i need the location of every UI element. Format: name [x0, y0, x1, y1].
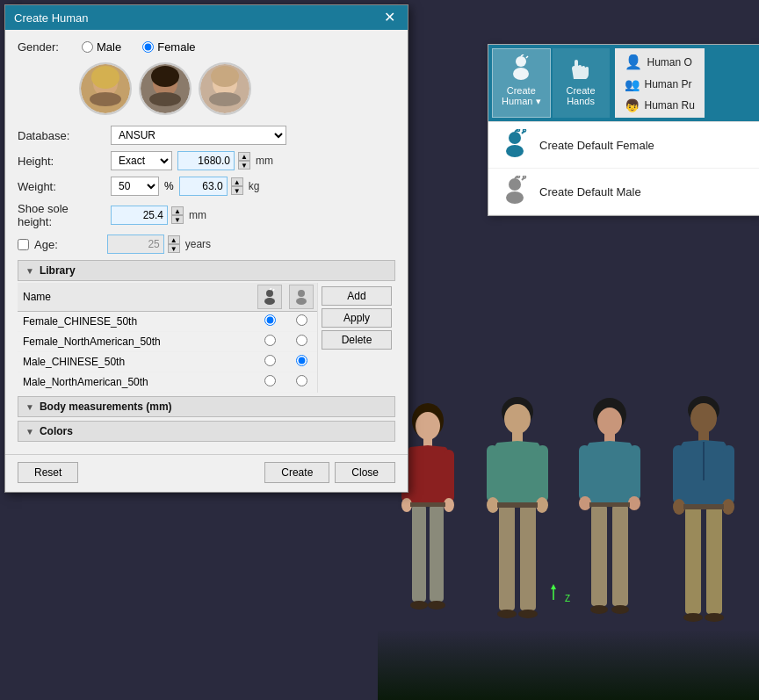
row-female-radio-cell[interactable]: [254, 372, 286, 393]
age-input[interactable]: [107, 235, 164, 254]
svg-rect-32: [612, 505, 628, 606]
svg-point-80: [506, 191, 524, 204]
row-female-radio-cell[interactable]: [254, 332, 286, 352]
svg-point-53: [91, 66, 119, 89]
shoe-down-arrow[interactable]: ▼: [171, 215, 184, 224]
row-name: Female_NorthAmerican_50th: [18, 332, 254, 352]
height-up-arrow[interactable]: ▲: [238, 152, 250, 161]
create-default-male-item[interactable]: Create Default Male: [488, 169, 759, 215]
row-name: Male_NorthAmerican_50th: [18, 372, 254, 393]
svg-point-54: [90, 92, 121, 106]
age-checkbox[interactable]: [18, 239, 29, 250]
age-row: Age: ▲ ▼ years: [18, 235, 395, 254]
library-row: Female_CHINESE_50th: [18, 312, 317, 332]
row-female-radio-cell[interactable]: [254, 312, 286, 332]
svg-point-17: [487, 497, 499, 513]
shoe-up-arrow[interactable]: ▲: [171, 206, 184, 215]
gender-male-radio[interactable]: [82, 41, 93, 53]
toolbar-right-icons: 👤 Human O 👥 Human Pr 👦 Human Ru: [615, 48, 705, 118]
height-input[interactable]: [177, 151, 235, 170]
shoe-input[interactable]: [111, 206, 168, 225]
avatar-light-female[interactable]: [199, 62, 251, 115]
weight-input[interactable]: [179, 177, 228, 196]
add-button[interactable]: Add: [322, 286, 392, 306]
weight-down-arrow[interactable]: ▼: [231, 186, 243, 195]
row-male-radio-cell[interactable]: [286, 352, 317, 372]
create-default-male-label: Create Default Male: [539, 185, 641, 198]
reset-button[interactable]: Reset: [18, 462, 78, 483]
svg-point-70: [513, 68, 529, 80]
create-button[interactable]: Create: [264, 462, 329, 483]
male-radio-1[interactable]: [296, 314, 307, 326]
create-human-icon: [507, 54, 535, 83]
svg-point-64: [264, 298, 275, 305]
toolbar-top: Create Human ▾ Create Hands 👤 Human O 👥 …: [488, 45, 759, 121]
create-human-dialog: Create Human ✕ Gender: Male Female: [4, 4, 408, 493]
svg-point-21: [497, 610, 517, 618]
height-spinner[interactable]: ▲ ▼: [238, 152, 250, 170]
svg-rect-16: [537, 445, 548, 502]
gender-male-label: Male: [97, 40, 121, 54]
library-section-header[interactable]: ▼ Library: [18, 260, 395, 281]
human-ru-item[interactable]: 👦 Human Ru: [619, 96, 700, 115]
close-button[interactable]: ✕: [380, 11, 399, 25]
col-male-icon-header: [286, 283, 317, 312]
female-radio-4[interactable]: [264, 375, 276, 386]
svg-rect-15: [487, 445, 498, 502]
colors-section-header[interactable]: ▼ Colors: [18, 421, 395, 442]
row-male-radio-cell[interactable]: [286, 312, 317, 332]
gender-male-option[interactable]: Male: [82, 40, 121, 54]
svg-point-18: [536, 497, 548, 513]
library-row: Female_NorthAmerican_50th: [18, 332, 317, 352]
svg-point-34: [611, 605, 629, 614]
svg-point-79: [509, 178, 521, 191]
height-down-arrow[interactable]: ▼: [238, 161, 250, 170]
age-spinner[interactable]: ▲ ▼: [168, 235, 180, 253]
svg-rect-20: [520, 505, 536, 610]
male-radio-4[interactable]: [296, 375, 307, 386]
male-radio-2[interactable]: [296, 335, 307, 346]
row-female-radio-cell[interactable]: [254, 352, 286, 372]
library-content: Name: [18, 283, 395, 393]
toolbar-create-hands-btn[interactable]: Create Hands: [553, 48, 610, 118]
svg-point-25: [597, 408, 622, 436]
delete-button[interactable]: Delete: [322, 330, 392, 350]
gender-female-label: Female: [157, 40, 195, 54]
weight-up-arrow[interactable]: ▲: [231, 177, 243, 186]
close-dialog-button[interactable]: Close: [335, 462, 395, 483]
male-radio-3[interactable]: [296, 355, 307, 366]
create-default-female-item[interactable]: Create Default Female: [488, 122, 759, 169]
row-male-radio-cell[interactable]: [286, 372, 317, 393]
weight-spinner[interactable]: ▲ ▼: [231, 177, 243, 195]
human-pr-item[interactable]: 👥 Human Pr: [619, 75, 700, 94]
age-up-arrow[interactable]: ▲: [168, 235, 180, 244]
avatar-dark-female[interactable]: [139, 62, 192, 115]
shoe-row: Shoe sole height: ▲ ▼ mm: [18, 202, 395, 228]
weight-percentile-select[interactable]: 50 25 75: [111, 177, 159, 196]
weight-row: Weight: 50 25 75 % ▲ ▼ kg: [18, 177, 395, 196]
body-measurements-title: Body measurements (mm): [40, 401, 172, 413]
dialog-title: Create Human: [14, 11, 89, 25]
shoe-spinner[interactable]: ▲ ▼: [171, 206, 184, 224]
library-table-wrap: Name: [18, 283, 317, 393]
svg-point-33: [590, 605, 608, 614]
apply-button[interactable]: Apply: [322, 308, 392, 328]
age-down-arrow[interactable]: ▼: [168, 244, 180, 253]
female-radio-1[interactable]: [264, 314, 276, 326]
gender-female-option[interactable]: Female: [142, 40, 195, 54]
female-radio-2[interactable]: [264, 335, 276, 346]
svg-rect-43: [685, 507, 701, 614]
create-hands-label: Create Hands: [567, 85, 596, 106]
database-select[interactable]: ANSUR CAESAR: [111, 126, 286, 145]
height-method-select[interactable]: Exact Percentile: [111, 151, 172, 170]
body-measurements-header[interactable]: ▼ Body measurements (mm): [18, 396, 395, 417]
gender-female-radio[interactable]: [142, 41, 154, 53]
avatar-blonde-female[interactable]: [79, 62, 132, 115]
human-o-item[interactable]: 👤 Human O: [619, 51, 700, 73]
female-radio-3[interactable]: [264, 355, 276, 366]
toolbar-create-human-btn[interactable]: Create Human ▾: [492, 48, 551, 118]
gender-label: Gender:: [18, 40, 75, 54]
row-male-radio-cell[interactable]: [286, 332, 317, 352]
age-label: Age:: [34, 238, 58, 251]
svg-line-71: [521, 54, 524, 56]
